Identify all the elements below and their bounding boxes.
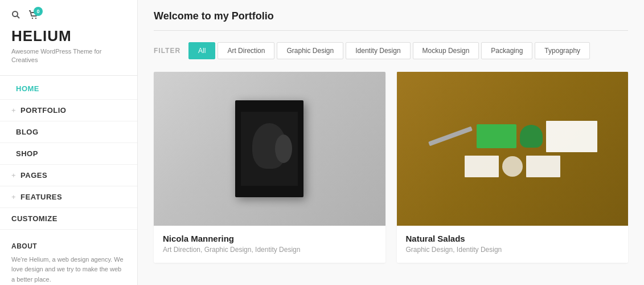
filter-label: FILTER (154, 47, 181, 55)
portfolio-plus-icon: + (11, 106, 16, 115)
pages-plus-icon: + (11, 171, 16, 180)
book-cover (235, 100, 303, 197)
mock-green-box (477, 124, 516, 148)
about-title: ABOUT (11, 242, 126, 250)
filter-btn-mockup-design[interactable]: Mockup Design (413, 42, 479, 59)
features-plus-icon: + (11, 193, 16, 201)
cart-icon[interactable]: 0 (28, 10, 39, 22)
brand-logo: HELIUM (0, 27, 137, 47)
mock-circle (502, 156, 523, 177)
sidebar-item-home[interactable]: HOME (0, 78, 137, 100)
sidebar: 0 HELIUM Awesome WordPress Theme for Cre… (0, 0, 138, 285)
svg-point-2 (32, 18, 33, 19)
sidebar-top-icons: 0 (0, 0, 137, 27)
portfolio-name-salads: Natural Salads (406, 234, 620, 243)
page-title: Welcome to my Portfolio (154, 10, 628, 31)
sidebar-item-pages[interactable]: + PAGES (0, 165, 137, 186)
portfolio-info-nicola: Nicola Mannering Art Direction, Graphic … (154, 226, 385, 263)
sidebar-nav: HOME + PORTFOLIO BLOG SHOP + PAGES + FEA… (0, 78, 137, 230)
sidebar-item-portfolio[interactable]: + PORTFOLIO (0, 100, 137, 121)
portfolio-image-nicola (154, 72, 385, 226)
sidebar-item-blog[interactable]: BLOG (0, 121, 137, 143)
portfolio-grid: Nicola Mannering Art Direction, Graphic … (154, 72, 628, 263)
portfolio-name-nicola: Nicola Mannering (163, 234, 376, 243)
filter-btn-all[interactable]: All (188, 42, 215, 59)
portfolio-info-salads: Natural Salads Graphic Design, Identity … (397, 226, 629, 263)
svg-point-3 (35, 18, 36, 19)
svg-line-1 (17, 16, 19, 18)
portfolio-tags-salads: Graphic Design, Identity Design (406, 246, 620, 254)
filter-btn-graphic-design[interactable]: Graphic Design (277, 42, 343, 59)
portfolio-card-salads[interactable]: Natural Salads Graphic Design, Identity … (397, 72, 629, 263)
portfolio-card-nicola[interactable]: Nicola Mannering Art Direction, Graphic … (154, 72, 385, 263)
filter-btn-packaging[interactable]: Packaging (481, 42, 532, 59)
cart-badge: 0 (34, 7, 43, 16)
filter-bar: FILTER All Art Direction Graphic Design … (154, 42, 628, 59)
sidebar-item-features[interactable]: + FEATURES (0, 186, 137, 208)
mock-white-box-small (465, 156, 499, 177)
sidebar-item-customize[interactable]: CUSTOMIZE (0, 208, 137, 230)
sidebar-divider (0, 75, 137, 76)
filter-btn-identity-design[interactable]: Identity Design (346, 42, 410, 59)
brand-tagline: Awesome WordPress Theme for Creatives (0, 47, 137, 73)
about-text: We're Helium, a web design agency. We lo… (11, 255, 126, 285)
salads-mockup (414, 121, 611, 177)
mock-broccoli (520, 125, 543, 148)
svg-point-0 (13, 11, 18, 17)
mock-white-box-large (546, 121, 597, 152)
sidebar-item-shop[interactable]: SHOP (0, 143, 137, 165)
portfolio-image-salads (397, 72, 629, 226)
main-content: Welcome to my Portfolio FILTER All Art D… (138, 0, 644, 285)
mock-knife (428, 127, 473, 146)
book-cover-inner (241, 112, 298, 186)
mock-white-box-small2 (526, 156, 560, 177)
filter-btn-art-direction[interactable]: Art Direction (218, 42, 274, 59)
filter-btn-typography[interactable]: Typography (535, 42, 590, 59)
search-icon[interactable] (11, 10, 20, 22)
portfolio-tags-nicola: Art Direction, Graphic Design, Identity … (163, 246, 376, 254)
sidebar-about: ABOUT We're Helium, a web design agency.… (0, 232, 137, 285)
brand-name: HELIUM (11, 27, 72, 44)
